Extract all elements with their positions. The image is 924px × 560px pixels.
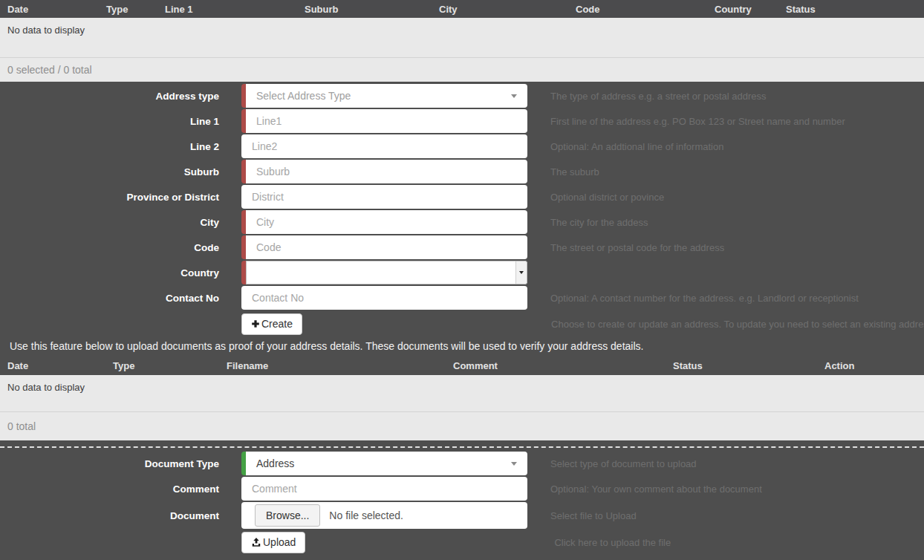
column-header-city[interactable]: City bbox=[432, 4, 568, 15]
document-type-select[interactable]: Address bbox=[241, 452, 527, 475]
column-header-comment[interactable]: Comment bbox=[446, 360, 666, 371]
addresses-table: Date Type Line 1 Suburb City Code Countr… bbox=[0, 0, 924, 82]
select-arrow-strip bbox=[515, 261, 527, 284]
document-type-selected-value: Address bbox=[246, 458, 294, 469]
column-header-type[interactable]: Type bbox=[105, 360, 219, 371]
addresses-table-body: No data to display bbox=[0, 18, 924, 58]
suburb-row: Suburb The suburb bbox=[0, 159, 924, 184]
column-header-suburb[interactable]: Suburb bbox=[297, 4, 432, 15]
upload-form: Document Type Address Select type of doc… bbox=[0, 446, 924, 560]
district-help: Optional district or povince bbox=[550, 192, 664, 203]
code-help: The street or postal code for the addres… bbox=[550, 242, 724, 253]
city-help: The city for the addess bbox=[550, 217, 648, 228]
column-header-action[interactable]: Action bbox=[817, 360, 924, 371]
line2-help: Optional: An addtional line of informati… bbox=[550, 141, 723, 152]
contact-no-label: Contact No bbox=[0, 293, 219, 304]
column-header-filename[interactable]: Filename bbox=[219, 360, 446, 371]
address-type-row: Address type Select Address Type The typ… bbox=[0, 83, 924, 108]
document-row: Document Browse... No file selected. Sel… bbox=[0, 501, 924, 530]
chevron-down-icon bbox=[511, 94, 517, 98]
country-label: Country bbox=[0, 267, 219, 279]
district-label: Province or District bbox=[0, 192, 219, 203]
suburb-help: The suburb bbox=[550, 166, 599, 178]
column-header-status[interactable]: Status bbox=[778, 4, 924, 15]
addresses-table-summary: 0 selected / 0 total bbox=[0, 58, 924, 82]
line2-row: Line 2 Optional: An addtional line of in… bbox=[0, 134, 924, 159]
documents-table-body: No data to display bbox=[0, 375, 924, 412]
empty-table-message: No data to display bbox=[0, 375, 924, 393]
create-button[interactable]: Create bbox=[241, 313, 302, 335]
document-type-label: Document Type bbox=[0, 458, 219, 469]
plus-icon bbox=[251, 319, 260, 328]
country-select[interactable] bbox=[241, 261, 527, 284]
line1-help: First line of the address e.g. PO Box 12… bbox=[550, 116, 845, 127]
city-label: City bbox=[0, 217, 219, 228]
suburb-label: Suburb bbox=[0, 166, 219, 178]
line2-label: Line 2 bbox=[0, 141, 219, 152]
comment-row: Comment Optional: Your own comment about… bbox=[0, 476, 924, 501]
column-header-date[interactable]: Date bbox=[0, 4, 99, 15]
selected-total-count: 0 selected / 0 total bbox=[7, 64, 92, 76]
address-type-label: Address type bbox=[0, 91, 219, 102]
column-header-code[interactable]: Code bbox=[568, 4, 707, 15]
line1-row: Line 1 First line of the address e.g. PO… bbox=[0, 108, 924, 134]
total-count: 0 total bbox=[7, 420, 36, 432]
city-row: City The city for the addess bbox=[0, 209, 924, 235]
chevron-down-icon bbox=[519, 271, 524, 274]
column-header-country[interactable]: Country bbox=[707, 4, 778, 15]
column-header-line1[interactable]: Line 1 bbox=[157, 4, 297, 15]
contact-no-row: Contact No Optional: A contact number fo… bbox=[0, 285, 924, 310]
city-input[interactable] bbox=[241, 210, 527, 234]
suburb-input[interactable] bbox=[241, 160, 527, 183]
create-button-row: Create Choose to create or update an add… bbox=[0, 313, 924, 335]
document-type-help: Select type of document to upload bbox=[550, 458, 697, 469]
line1-label: Line 1 bbox=[0, 116, 219, 127]
district-input[interactable] bbox=[241, 185, 527, 209]
line1-input[interactable] bbox=[241, 109, 527, 133]
create-help: Choose to create or update an address. T… bbox=[551, 319, 924, 330]
documents-table-summary: 0 total bbox=[0, 412, 924, 440]
district-row: Province or District Optional district o… bbox=[0, 184, 924, 209]
comment-help: Optional: Your own comment about the doc… bbox=[550, 484, 762, 495]
address-type-help: The type of address e.g. a street or pos… bbox=[550, 91, 767, 102]
addresses-table-header: Date Type Line 1 Suburb City Code Countr… bbox=[0, 0, 924, 18]
code-input[interactable] bbox=[241, 235, 527, 259]
empty-table-message: No data to display bbox=[0, 18, 924, 36]
column-header-date[interactable]: Date bbox=[0, 360, 105, 371]
file-input[interactable]: Browse... No file selected. bbox=[241, 502, 527, 529]
upload-icon bbox=[251, 537, 261, 547]
document-help: Select file to Upload bbox=[550, 510, 637, 521]
browse-button[interactable]: Browse... bbox=[255, 504, 320, 527]
upload-button-label: Upload bbox=[263, 536, 296, 548]
column-header-status[interactable]: Status bbox=[666, 360, 817, 371]
comment-label: Comment bbox=[0, 484, 219, 495]
chevron-down-icon bbox=[511, 462, 517, 466]
create-button-label: Create bbox=[261, 318, 293, 330]
file-status-text: No file selected. bbox=[329, 509, 403, 521]
document-label: Document bbox=[0, 510, 219, 521]
upload-help: Click here to upload the file bbox=[554, 537, 671, 548]
contact-no-help: Optional: A contact number for the addre… bbox=[550, 293, 859, 304]
documents-table-header: Date Type Filename Comment Status Action bbox=[0, 356, 924, 375]
upload-button[interactable]: Upload bbox=[241, 532, 305, 553]
document-type-row: Document Type Address Select type of doc… bbox=[0, 451, 924, 476]
address-type-select-placeholder: Select Address Type bbox=[246, 90, 351, 102]
country-row: Country bbox=[0, 260, 924, 285]
upload-button-row: Upload Click here to upload the file bbox=[0, 531, 924, 553]
contact-no-input[interactable] bbox=[241, 286, 527, 310]
address-type-select[interactable]: Select Address Type bbox=[241, 84, 527, 108]
address-form: Address type Select Address Type The typ… bbox=[0, 82, 924, 356]
address-management-page: Date Type Line 1 Suburb City Code Countr… bbox=[0, 0, 924, 560]
comment-input[interactable] bbox=[241, 477, 527, 501]
code-label: Code bbox=[0, 242, 219, 253]
line2-input[interactable] bbox=[241, 134, 527, 158]
upload-instructions-note: Use this feature below to upload documen… bbox=[10, 340, 924, 356]
column-header-type[interactable]: Type bbox=[99, 4, 157, 15]
code-row: Code The street or postal code for the a… bbox=[0, 235, 924, 260]
documents-table: Date Type Filename Comment Status Action… bbox=[0, 356, 924, 440]
